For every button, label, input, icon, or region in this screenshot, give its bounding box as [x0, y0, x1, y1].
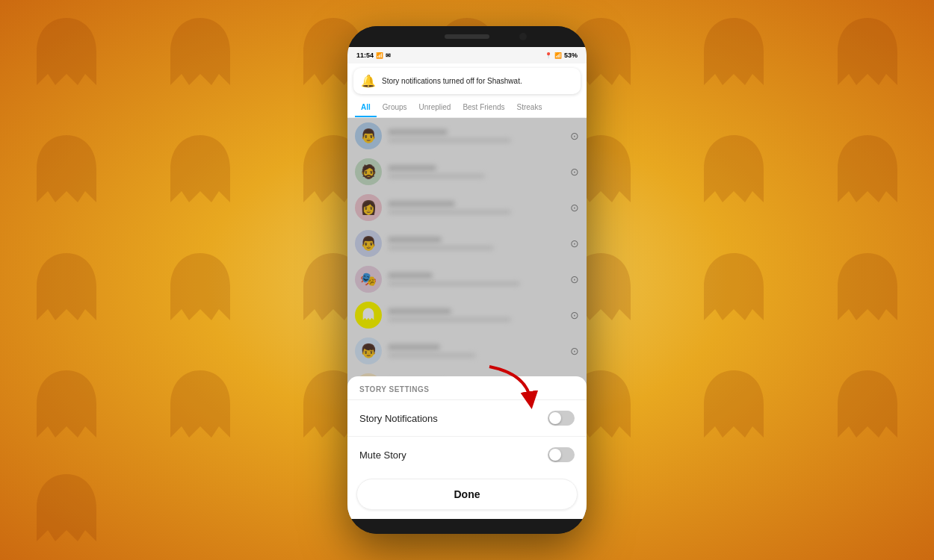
bell-icon: 🔔	[361, 74, 376, 88]
ghost-icon	[823, 249, 912, 339]
mute-story-row: Mute Story	[347, 437, 587, 473]
tab-all[interactable]: All	[355, 99, 377, 117]
ghost-cell	[0, 0, 134, 118]
phone-speaker	[445, 34, 489, 39]
ghost-icon	[22, 14, 111, 104]
ghost-icon	[155, 249, 245, 339]
ghost-icon	[155, 367, 245, 456]
ghost-cell	[0, 353, 134, 471]
done-button[interactable]: Done	[356, 479, 578, 510]
bottom-sheet: Story Settings Story Notifications Mute …	[347, 376, 587, 519]
ghost-icon	[689, 14, 779, 104]
story-notifications-label: Story Notifications	[359, 413, 438, 424]
ghost-icon	[823, 367, 912, 456]
ghost-cell	[800, 235, 934, 353]
tab-groups[interactable]: Groups	[377, 99, 413, 117]
toggle-knob	[549, 412, 561, 424]
ghost-cell	[667, 118, 801, 236]
phone: 11:54 📶 ✉ 📍 📶 53% 🔔 Story notifications …	[347, 26, 587, 534]
ghost-icon	[155, 14, 245, 104]
ghost-cell	[0, 470, 134, 560]
ghost-cell	[134, 0, 267, 118]
battery-label: 53%	[564, 52, 578, 59]
toggle-knob	[549, 449, 561, 461]
ghost-cell	[800, 118, 934, 236]
chat-list: 👨 ⊙ 🧔 ⊙ 👩	[347, 118, 587, 519]
sim-icon: 📶	[376, 52, 383, 59]
ghost-cell	[0, 235, 134, 353]
ghost-icon	[823, 131, 912, 221]
sheet-header: Story Settings	[347, 382, 587, 400]
phone-top-bar	[347, 26, 587, 47]
ghost-cell	[800, 353, 934, 471]
notification-text: Story notifications turned off for Shash…	[382, 76, 522, 86]
ghost-icon	[22, 131, 111, 221]
notification-banner: 🔔 Story notifications turned off for Sha…	[353, 68, 581, 94]
phone-bottom-bar	[347, 519, 587, 534]
tab-best-friends[interactable]: Best Friends	[457, 99, 510, 117]
story-notifications-row: Story Notifications	[347, 400, 587, 437]
story-notifications-toggle[interactable]	[548, 411, 575, 426]
mute-story-toggle[interactable]	[548, 447, 575, 462]
location-icon: 📍	[545, 52, 552, 59]
ghost-icon	[823, 14, 912, 104]
ghost-cell	[667, 0, 801, 118]
filter-tabs: All Groups Unreplied Best Friends Streak…	[347, 99, 587, 118]
phone-screen: 11:54 📶 ✉ 📍 📶 53% 🔔 Story notifications …	[347, 47, 587, 519]
ghost-icon	[22, 367, 111, 456]
ghost-icon	[689, 131, 779, 221]
ghost-cell	[0, 118, 134, 236]
tab-streaks[interactable]: Streaks	[511, 99, 548, 117]
ghost-icon	[689, 367, 779, 456]
status-indicators: 📍 📶 53%	[545, 52, 578, 59]
status-bar: 11:54 📶 ✉ 📍 📶 53%	[347, 47, 587, 63]
mute-story-label: Mute Story	[359, 449, 406, 461]
ghost-cell	[134, 353, 267, 471]
ghost-icon	[22, 470, 111, 560]
ghost-icon	[22, 249, 111, 339]
phone-camera	[519, 33, 527, 40]
ghost-cell	[800, 0, 934, 118]
ghost-cell	[134, 118, 267, 236]
ghost-icon	[155, 131, 245, 221]
wifi-icon: 📶	[554, 52, 562, 59]
ghost-cell	[667, 235, 801, 353]
ghost-cell	[134, 235, 267, 353]
ghost-cell	[667, 353, 801, 471]
tab-unreplied[interactable]: Unreplied	[413, 99, 457, 117]
ghost-icon	[689, 249, 779, 339]
mail-icon: ✉	[386, 52, 391, 59]
status-time: 11:54 📶 ✉	[356, 52, 391, 59]
